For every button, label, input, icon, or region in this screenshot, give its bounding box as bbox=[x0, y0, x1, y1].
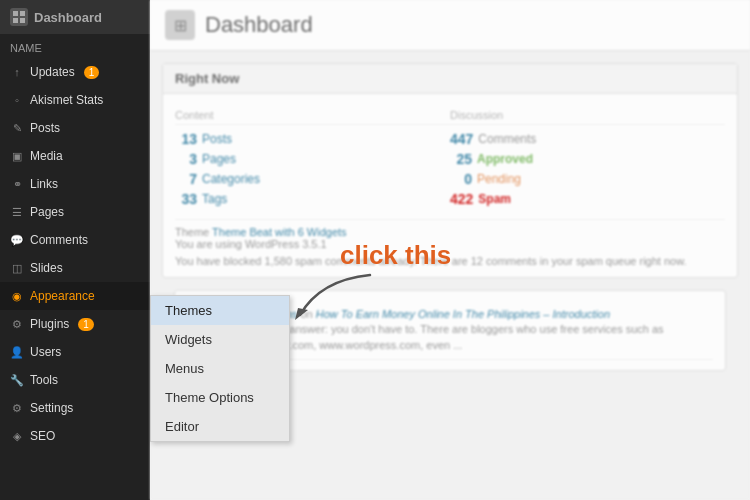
sidebar-item-appearance[interactable]: ◉ Appearance bbox=[0, 282, 150, 310]
right-now-widget: Right Now Content 13 Posts 3 Pages 7 Cat… bbox=[162, 63, 738, 278]
updates-badge: 1 bbox=[84, 66, 100, 79]
sidebar-item-label: Updates bbox=[30, 65, 75, 79]
rnow-footer: Theme Theme Beat with 6 Widgets You are … bbox=[175, 219, 725, 267]
posts-label: Posts bbox=[202, 132, 232, 146]
sidebar-item-media[interactable]: ▣ Media bbox=[0, 142, 150, 170]
svg-rect-2 bbox=[13, 18, 18, 23]
pending-count: 0 bbox=[450, 171, 472, 187]
sidebar-item-tools[interactable]: 🔧 Tools bbox=[0, 366, 150, 394]
approved-label: Approved bbox=[477, 152, 533, 166]
sidebar-header: Dashboard bbox=[0, 0, 150, 34]
page-header: ⊞ Dashboard bbox=[150, 0, 750, 51]
dropdown-item-themes[interactable]: Themes bbox=[151, 296, 289, 325]
sidebar-item-posts[interactable]: ✎ Posts bbox=[0, 114, 150, 142]
spam-notice: You have blocked 1,580 spam comments alr… bbox=[175, 255, 725, 267]
content-section: Content 13 Posts 3 Pages 7 Categories 3 bbox=[175, 104, 450, 214]
svg-rect-3 bbox=[20, 18, 25, 23]
sidebar-item-label: Pages bbox=[30, 205, 64, 219]
tags-label: Tags bbox=[202, 192, 227, 206]
right-now-grid: Content 13 Posts 3 Pages 7 Categories 3 bbox=[175, 104, 725, 214]
sidebar-item-label: Slides bbox=[30, 261, 63, 275]
approved-count: 25 bbox=[450, 151, 472, 167]
dropdown-item-theme-options[interactable]: Theme Options bbox=[151, 383, 289, 412]
sidebar-item-seo[interactable]: ◈ SEO bbox=[0, 422, 150, 450]
pending-label: Pending bbox=[477, 172, 521, 186]
settings-icon: ⚙ bbox=[10, 402, 24, 415]
tools-icon: 🔧 bbox=[10, 374, 24, 387]
rnow-posts: 13 Posts bbox=[175, 129, 450, 149]
comment-author-line: John Ochkans on How To Earn Money Online… bbox=[227, 307, 713, 322]
wp-version-text: You are using WordPress 3.5.1 bbox=[175, 238, 725, 250]
media-icon: ▣ bbox=[10, 150, 24, 163]
sidebar-item-settings[interactable]: ⚙ Settings bbox=[0, 394, 150, 422]
sidebar-item-pages[interactable]: ☰ Pages bbox=[0, 198, 150, 226]
comments-count: 447 bbox=[450, 131, 473, 147]
comment-text-block: John Ochkans on How To Earn Money Online… bbox=[227, 307, 713, 353]
right-now-content: Content 13 Posts 3 Pages 7 Categories 3 bbox=[163, 94, 737, 277]
sidebar-item-label: Tools bbox=[30, 373, 58, 387]
sidebar-item-slides[interactable]: ◫ Slides bbox=[0, 254, 150, 282]
rnow-categories: 7 Categories bbox=[175, 169, 450, 189]
rnow-pending: 0 Pending bbox=[450, 169, 725, 189]
dashboard-icon bbox=[10, 8, 28, 26]
discussion-label: Discussion bbox=[450, 109, 725, 125]
comment-body: Hi Art, Short answer: you don't have to.… bbox=[227, 322, 713, 353]
rnow-comments: 447 Comments bbox=[450, 129, 725, 149]
rnow-approved: 25 Approved bbox=[450, 149, 725, 169]
sidebar-item-plugins[interactable]: ⚙ Plugins 1 bbox=[0, 310, 150, 338]
sidebar-item-label: Media bbox=[30, 149, 63, 163]
sidebar-item-label: Settings bbox=[30, 401, 73, 415]
theme-label: Theme bbox=[175, 226, 212, 238]
svg-rect-0 bbox=[13, 11, 18, 16]
appearance-dropdown: Themes Widgets Menus Theme Options Edito… bbox=[150, 295, 290, 442]
comments-label: Comments bbox=[478, 132, 536, 146]
slides-icon: ◫ bbox=[10, 262, 24, 275]
comment-on: on bbox=[300, 308, 312, 320]
updates-icon: ↑ bbox=[10, 66, 24, 78]
users-icon: 👤 bbox=[10, 346, 24, 359]
tags-count: 33 bbox=[175, 191, 197, 207]
svg-rect-1 bbox=[20, 11, 25, 16]
sidebar-item-label: Plugins bbox=[30, 317, 69, 331]
page-title: Dashboard bbox=[205, 12, 313, 38]
sidebar-item-links[interactable]: ⚭ Links bbox=[0, 170, 150, 198]
sidebar-item-label: Appearance bbox=[30, 289, 95, 303]
spam-label: Spam bbox=[478, 192, 511, 206]
categories-label: Categories bbox=[202, 172, 260, 186]
pages-icon: ☰ bbox=[10, 206, 24, 219]
links-icon: ⚭ bbox=[10, 178, 24, 191]
sidebar-item-label: Comments bbox=[30, 233, 88, 247]
sidebar-item-users[interactable]: 👤 Users bbox=[0, 338, 150, 366]
theme-link[interactable]: Theme Beat with 6 Widgets bbox=[212, 226, 347, 238]
comment-post-link[interactable]: How To Earn Money Online In The Philippi… bbox=[316, 308, 610, 320]
sidebar: Dashboard Name ↑ Updates 1 ◦ Akismet Sta… bbox=[0, 0, 150, 500]
akismet-icon: ◦ bbox=[10, 94, 24, 106]
sidebar-item-comments[interactable]: 💬 Comments bbox=[0, 226, 150, 254]
appearance-icon: ◉ bbox=[10, 290, 24, 303]
rnow-pages: 3 Pages bbox=[175, 149, 450, 169]
sidebar-item-label: Users bbox=[30, 345, 61, 359]
discussion-section: Discussion 447 Comments 25 Approved 0 Pe… bbox=[450, 104, 725, 214]
rnow-tags: 33 Tags bbox=[175, 189, 450, 209]
posts-count: 13 bbox=[175, 131, 197, 147]
posts-icon: ✎ bbox=[10, 122, 24, 135]
plugins-badge: 1 bbox=[78, 318, 94, 331]
sidebar-item-label: Links bbox=[30, 177, 58, 191]
dropdown-item-editor[interactable]: Editor bbox=[151, 412, 289, 441]
right-now-title: Right Now bbox=[163, 64, 737, 94]
sidebar-app-title: Dashboard bbox=[34, 10, 102, 25]
content-label: Content bbox=[175, 109, 450, 125]
rnow-spam: 422 Spam bbox=[450, 189, 725, 209]
sidebar-item-label: SEO bbox=[30, 429, 55, 443]
sidebar-item-akismet[interactable]: ◦ Akismet Stats bbox=[0, 86, 150, 114]
spam-count: 422 bbox=[450, 191, 473, 207]
sidebar-section-name: Name bbox=[0, 34, 150, 58]
dropdown-item-widgets[interactable]: Widgets bbox=[151, 325, 289, 354]
dropdown-item-menus[interactable]: Menus bbox=[151, 354, 289, 383]
sidebar-item-label: Posts bbox=[30, 121, 60, 135]
dashboard-header-icon: ⊞ bbox=[165, 10, 195, 40]
sidebar-item-updates[interactable]: ↑ Updates 1 bbox=[0, 58, 150, 86]
pages-label: Pages bbox=[202, 152, 236, 166]
plugins-icon: ⚙ bbox=[10, 318, 24, 331]
sidebar-item-label: Akismet Stats bbox=[30, 93, 103, 107]
